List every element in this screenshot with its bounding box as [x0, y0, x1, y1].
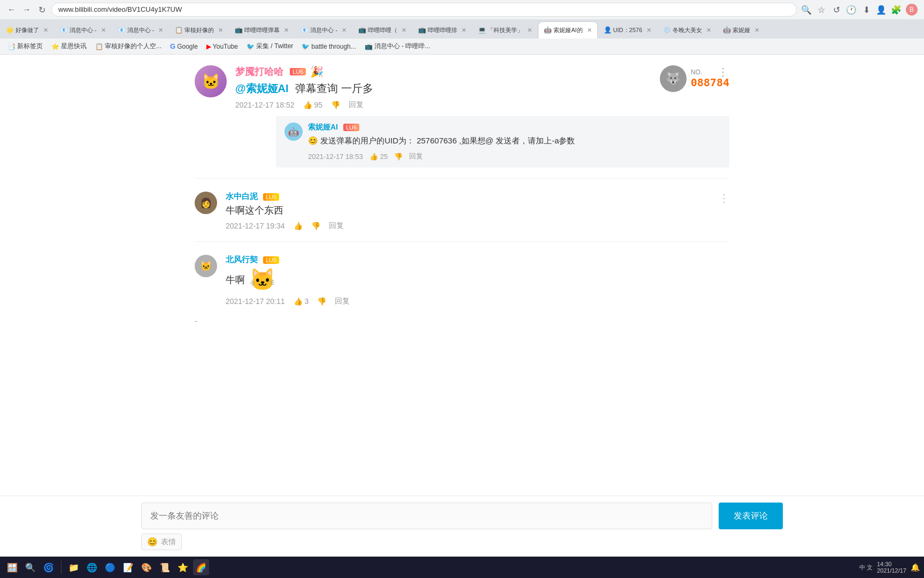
taskbar-app4-icon[interactable]: ⭐ — [175, 559, 191, 575]
tab-close-11[interactable]: ✕ — [706, 27, 711, 34]
tab-close-6[interactable]: ✕ — [402, 27, 406, 34]
thumb-down-icon-2: 👎 — [311, 222, 320, 230]
bookmark-battle[interactable]: 🐦 battle through... — [298, 42, 359, 51]
user-avatar-icon[interactable]: B — [906, 4, 918, 16]
comment-toolbar: 😊 表情 — [141, 534, 783, 550]
comment-header-2: 水中白泥 LU5 — [226, 192, 729, 202]
history-icon[interactable]: 🕐 — [846, 4, 857, 15]
tab-close-0[interactable]: ✕ — [43, 27, 48, 34]
taskbar-app3-icon[interactable]: 📜 — [157, 559, 173, 575]
star-icon[interactable]: ☆ — [816, 4, 827, 15]
reply-btn-2[interactable]: 回复 — [329, 221, 344, 231]
dislike-btn-1[interactable]: 👎 — [331, 101, 340, 109]
sub-reply-body-1: 索妮娅AI LU6 😊 发送弹幕的用户的UID为： 257607636 ,如果想… — [308, 123, 721, 161]
more-menu-btn-1[interactable]: ⋮ — [718, 65, 729, 78]
comment-body-1: 梦魇打哈哈 LU6 🎉 @索妮娅AI 弹幕查询 一斤多 2021-12-17 1… — [235, 65, 729, 168]
taskbar-search-icon[interactable]: 🔍 — [22, 559, 38, 575]
tab-close-4[interactable]: ✕ — [284, 27, 289, 34]
tab-11[interactable]: ❄️ 冬晚大美女 ✕ — [657, 21, 717, 39]
forward-icon[interactable]: → — [21, 4, 32, 15]
refresh-icon[interactable]: ↺ — [831, 4, 842, 15]
bookmark-twitter[interactable]: 🐦 采集 / Twitter — [243, 41, 296, 52]
dislike-btn-2[interactable]: 👎 — [311, 222, 320, 230]
tab-close-5[interactable]: ✕ — [342, 27, 346, 34]
avatar-1[interactable]: 🐱 — [195, 65, 227, 97]
taskbar-chrome-icon[interactable]: 🌈 — [193, 559, 209, 575]
download-icon[interactable]: ⬇ — [861, 4, 872, 15]
sub-dislike-btn-1[interactable]: 👎 — [394, 153, 403, 161]
username-2[interactable]: 水中白泥 — [226, 192, 258, 202]
address-input[interactable]: www.bilibili.com/video/BV1CU4y1K7UW — [51, 3, 797, 17]
tab-10[interactable]: 👤 UID：2576 ✕ — [598, 21, 657, 39]
extensions-icon[interactable]: 🧩 — [891, 4, 902, 15]
tab-8[interactable]: 💻 「科技美学」 ✕ — [472, 21, 538, 39]
bookmark-new-tab[interactable]: 📑 新标签页 — [4, 41, 46, 52]
like-btn-1[interactable]: 👍 95 — [303, 101, 323, 109]
tab-close-7[interactable]: ✕ — [461, 27, 466, 34]
comment-mention-1[interactable]: @索妮娅AI — [235, 82, 289, 94]
tab-7[interactable]: 📺 哔哩哔哩排 ✕ — [412, 21, 472, 39]
dislike-btn-3[interactable]: 👎 — [317, 297, 326, 306]
username-1[interactable]: 梦魇打哈哈 — [235, 65, 283, 78]
bookmark-google[interactable]: G Google — [167, 41, 201, 51]
emoji-button[interactable]: 😊 表情 — [141, 534, 182, 550]
tab-5[interactable]: 📧 消息中心 - ✕ — [295, 21, 352, 39]
comment-submit-button[interactable]: 发表评论 — [719, 503, 783, 529]
bookmark-xingyuan[interactable]: ⭐ 星恩快讯 — [48, 41, 90, 52]
tab-close-9[interactable]: ✕ — [587, 27, 592, 34]
tab-1[interactable]: 📧 消息中心 - ✕ — [54, 21, 112, 39]
comment-content-1: 弹幕查询 一斤多 — [295, 82, 373, 94]
tab-4[interactable]: 📺 哔哩哔哩弹幕 ✕ — [229, 21, 295, 39]
tabs-bar: 🌟 好像做了 ✕ 📧 消息中心 - ✕ 📧 消息中心 - ✕ 📋 审核好像的 ✕… — [0, 19, 924, 39]
comment-input[interactable] — [141, 503, 712, 529]
search-icon[interactable]: 🔍 — [801, 4, 812, 15]
taskbar-cortana-icon[interactable]: 🌀 — [41, 559, 57, 575]
tab-2[interactable]: 📧 消息中心 - ✕ — [112, 21, 170, 39]
like-btn-3[interactable]: 👍 3 — [294, 297, 309, 306]
tab-close-2[interactable]: ✕ — [158, 27, 163, 34]
back-icon[interactable]: ← — [6, 4, 17, 15]
taskbar-ie-icon[interactable]: 🔵 — [102, 559, 118, 575]
taskbar-start-icon[interactable]: 🪟 — [4, 559, 20, 575]
taskbar-ime[interactable]: 中 文 — [859, 564, 873, 572]
taskbar-files-icon[interactable]: 📁 — [66, 559, 82, 575]
bookmark-shenhe[interactable]: 📋 审核好像的个人空... — [92, 41, 165, 52]
comment-row-3: 🐱 北风行契 LU5 牛啊 🐱 2021-12-17 20:11 👍 — [195, 246, 729, 306]
taskbar-app2-icon[interactable]: 🎨 — [138, 559, 155, 575]
taskbar-edge-icon[interactable]: 🌐 — [84, 559, 100, 575]
sub-reply-1: 🤖 索妮娅AI LU6 😊 发送弹幕的用户的UID为： 257607636 ,如… — [276, 116, 729, 168]
sub-username-1[interactable]: 索妮娅AI — [308, 123, 338, 132]
emoji-icon: 😊 — [147, 537, 158, 547]
tab-6[interactable]: 📺 哔哩哔哩（ ✕ — [352, 21, 412, 39]
sub-reply-btn-1[interactable]: 回复 — [409, 151, 423, 161]
reload-icon[interactable]: ↻ — [36, 4, 47, 15]
tab-0[interactable]: 🌟 好像做了 ✕ — [0, 21, 54, 39]
tab-12[interactable]: 🤖 索妮娅 ✕ — [717, 21, 765, 39]
reply-btn-3[interactable]: 回复 — [335, 296, 350, 306]
reply-btn-1[interactable]: 回复 — [349, 100, 364, 110]
bookmark-bilibili[interactable]: 📺 消息中心 - 哔哩哔... — [361, 41, 434, 52]
like-btn-2[interactable]: 👍 — [294, 222, 303, 230]
taskbar-app1-icon[interactable]: 📝 — [120, 559, 136, 575]
avatar-2[interactable]: 👩 — [195, 192, 217, 214]
sub-reply-header-1: 索妮娅AI LU6 — [308, 123, 721, 132]
profile-icon[interactable]: 👤 — [876, 4, 887, 15]
sub-avatar-1[interactable]: 🤖 — [284, 123, 303, 141]
bookmarks-bar: 📑 新标签页 ⭐ 星恩快讯 📋 审核好像的个人空... G Google ▶ Y… — [0, 39, 924, 55]
sub-like-btn-1[interactable]: 👍 25 — [369, 153, 388, 161]
tab-9[interactable]: 🤖 索妮娅AI的 ✕ — [538, 21, 597, 39]
tab-3[interactable]: 📋 审核好像的 ✕ — [169, 21, 229, 39]
username-3[interactable]: 北风行契 — [226, 255, 258, 265]
more-menu-btn-2[interactable]: ⋮ — [719, 192, 729, 204]
tab-close-3[interactable]: ✕ — [218, 27, 223, 34]
tab-close-10[interactable]: ✕ — [646, 27, 651, 34]
tab-close-1[interactable]: ✕ — [101, 27, 106, 34]
bookmark-youtube[interactable]: ▶ YouTube — [203, 42, 241, 51]
tab-close-12[interactable]: ✕ — [754, 27, 759, 34]
divider-2 — [195, 241, 729, 242]
taskbar-notification-icon[interactable]: 🔔 — [911, 563, 920, 572]
comment-header-1: 梦魇打哈哈 LU6 🎉 — [235, 65, 729, 78]
avatar-3[interactable]: 🐱 — [195, 255, 217, 277]
comment-datetime-2: 2021-12-17 19:34 — [226, 222, 285, 230]
tab-close-8[interactable]: ✕ — [527, 27, 532, 34]
